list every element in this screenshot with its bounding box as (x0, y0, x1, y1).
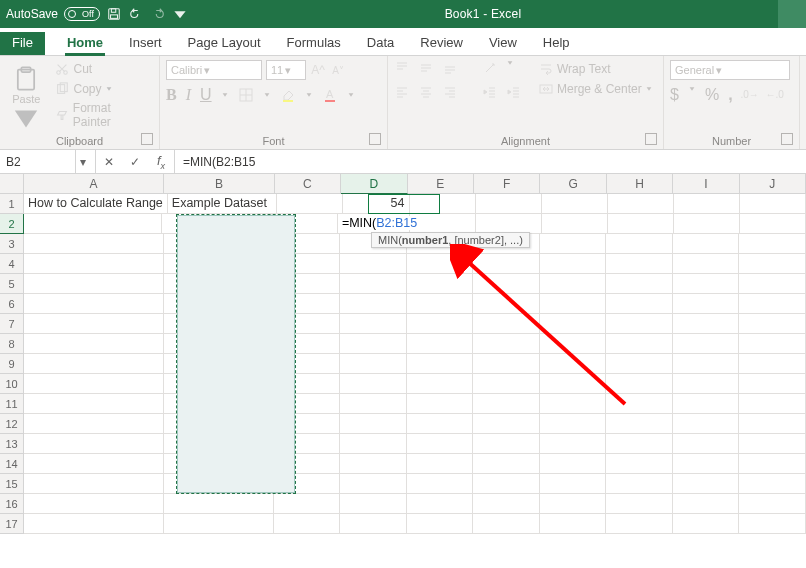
align-top-icon[interactable] (394, 60, 410, 76)
cell-A14[interactable] (24, 454, 164, 474)
row-header-2[interactable]: 2 (0, 214, 24, 234)
cell-C6[interactable] (274, 294, 341, 314)
number-format-select[interactable]: General▾ (670, 60, 790, 80)
cell-J7[interactable] (739, 314, 806, 334)
cell-D6[interactable] (340, 294, 407, 314)
cell-E4[interactable] (407, 254, 474, 274)
cell-G2[interactable] (542, 214, 608, 234)
cell-E15[interactable] (407, 474, 474, 494)
row-header-11[interactable]: 11 (0, 394, 24, 414)
cell-C12[interactable] (274, 414, 341, 434)
select-all-corner[interactable] (0, 174, 24, 194)
cell-I16[interactable] (673, 494, 740, 514)
cell-A5[interactable] (24, 274, 164, 294)
cell-D17[interactable] (340, 514, 407, 534)
tab-home[interactable]: Home (65, 32, 105, 55)
cell-I6[interactable] (673, 294, 740, 314)
cell-A16[interactable] (24, 494, 164, 514)
cell-A3[interactable] (24, 234, 164, 254)
tab-file[interactable]: File (0, 32, 45, 55)
comma-format-button[interactable]: , (728, 86, 732, 104)
cell-D15[interactable] (340, 474, 407, 494)
cell-H16[interactable] (606, 494, 673, 514)
cell-J12[interactable] (739, 414, 806, 434)
cell-I7[interactable] (673, 314, 740, 334)
cell-C1[interactable] (277, 194, 343, 214)
row-header-9[interactable]: 9 (0, 354, 24, 374)
cell-J2[interactable] (740, 214, 806, 234)
fill-color-button[interactable] (280, 87, 296, 103)
font-size-select[interactable]: 11▾ (266, 60, 306, 80)
cell-C11[interactable] (274, 394, 341, 414)
cell-A9[interactable] (24, 354, 164, 374)
cell-C3[interactable] (274, 234, 341, 254)
wrap-text-button[interactable]: Wrap Text (534, 60, 657, 78)
cell-D16[interactable] (340, 494, 407, 514)
cell-E17[interactable] (407, 514, 474, 534)
cell-H8[interactable] (606, 334, 673, 354)
cell-G15[interactable] (540, 474, 607, 494)
cell-B8[interactable]: 54 (164, 334, 274, 354)
border-button[interactable] (238, 87, 254, 103)
cell-H10[interactable] (606, 374, 673, 394)
cell-E11[interactable] (407, 394, 474, 414)
cell-G10[interactable] (540, 374, 607, 394)
cell-C10[interactable] (274, 374, 341, 394)
cut-button[interactable]: Cut (50, 60, 153, 78)
name-box[interactable]: B2 ▾ (0, 150, 96, 173)
cell-A4[interactable] (24, 254, 164, 274)
cell-G13[interactable] (540, 434, 607, 454)
cell-B10[interactable]: 24 (164, 374, 274, 394)
cell-H9[interactable] (606, 354, 673, 374)
cell-B9[interactable]: 3 (164, 354, 274, 374)
row-header-1[interactable]: 1 (0, 194, 24, 214)
cell-C16[interactable] (274, 494, 341, 514)
merge-center-button[interactable]: Merge & Center (534, 80, 657, 98)
cell-I2[interactable] (674, 214, 740, 234)
increase-font-icon[interactable]: A^ (310, 62, 326, 78)
cell-J10[interactable] (739, 374, 806, 394)
cell-I5[interactable] (673, 274, 740, 294)
row-header-10[interactable]: 10 (0, 374, 24, 394)
cell-F10[interactable] (473, 374, 540, 394)
increase-indent-icon[interactable] (506, 84, 522, 100)
cell-E14[interactable] (407, 454, 474, 474)
cell-E12[interactable] (407, 414, 474, 434)
orientation-icon[interactable] (482, 60, 498, 76)
cell-A10[interactable] (24, 374, 164, 394)
row-header-16[interactable]: 16 (0, 494, 24, 514)
cell-I14[interactable] (673, 454, 740, 474)
align-left-icon[interactable] (394, 84, 410, 100)
cell-F4[interactable] (473, 254, 540, 274)
underline-button[interactable]: U (200, 86, 212, 104)
cell-A8[interactable] (24, 334, 164, 354)
cell-A15[interactable] (24, 474, 164, 494)
cell-D4[interactable] (340, 254, 407, 274)
cell-G9[interactable] (540, 354, 607, 374)
cell-E16[interactable] (407, 494, 474, 514)
cell-D13[interactable] (340, 434, 407, 454)
cell-A7[interactable] (24, 314, 164, 334)
cell-C7[interactable] (274, 314, 341, 334)
cell-J4[interactable] (739, 254, 806, 274)
align-bottom-icon[interactable] (442, 60, 458, 76)
cell-D5[interactable] (340, 274, 407, 294)
worksheet[interactable]: A B C D E F G H I J 12345678910111213141… (0, 174, 806, 568)
cell-A13[interactable] (24, 434, 164, 454)
cell-E5[interactable] (407, 274, 474, 294)
cell-D10[interactable] (340, 374, 407, 394)
cell-F13[interactable] (473, 434, 540, 454)
cell-C2[interactable] (272, 214, 338, 234)
cell-B2[interactable]: 2 (162, 214, 271, 234)
row-header-5[interactable]: 5 (0, 274, 24, 294)
cell-B6[interactable]: 20 (164, 294, 274, 314)
col-header-G[interactable]: G (540, 174, 606, 194)
col-header-B[interactable]: B (164, 174, 275, 194)
cell-A2[interactable] (24, 214, 162, 234)
autosave-toggle[interactable]: Off (64, 7, 100, 21)
cell-J9[interactable] (739, 354, 806, 374)
cell-H1[interactable] (608, 194, 674, 214)
cell-H6[interactable] (606, 294, 673, 314)
percent-format-button[interactable]: % (705, 86, 719, 104)
cell-J1[interactable] (740, 194, 806, 214)
